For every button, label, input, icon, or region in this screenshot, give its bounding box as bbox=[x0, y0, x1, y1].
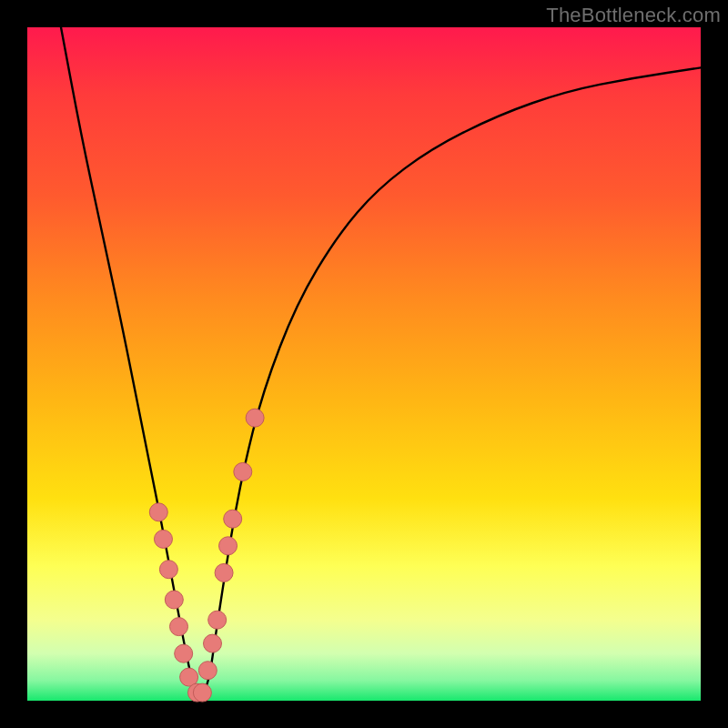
highlight-dot bbox=[159, 561, 177, 579]
bottleneck-curve bbox=[61, 27, 701, 694]
highlight-dot bbox=[219, 537, 238, 555]
chart-frame: TheBottleneck.com bbox=[0, 0, 728, 728]
highlight-dot bbox=[224, 510, 242, 528]
chart-svg bbox=[27, 27, 701, 701]
highlight-dot bbox=[154, 530, 172, 548]
watermark-text: TheBottleneck.com bbox=[546, 4, 721, 27]
highlight-dot bbox=[149, 503, 167, 521]
highlight-dot bbox=[193, 683, 211, 702]
highlight-dot bbox=[175, 644, 193, 662]
highlight-dot bbox=[215, 563, 233, 581]
highlight-dot bbox=[246, 409, 264, 427]
highlight-dot bbox=[165, 591, 183, 609]
highlight-dot bbox=[208, 611, 227, 629]
plot-area bbox=[27, 27, 701, 701]
highlight-dot bbox=[204, 634, 222, 652]
highlight-dot bbox=[198, 662, 217, 680]
highlight-dot bbox=[234, 462, 252, 480]
highlight-dot bbox=[170, 618, 188, 636]
